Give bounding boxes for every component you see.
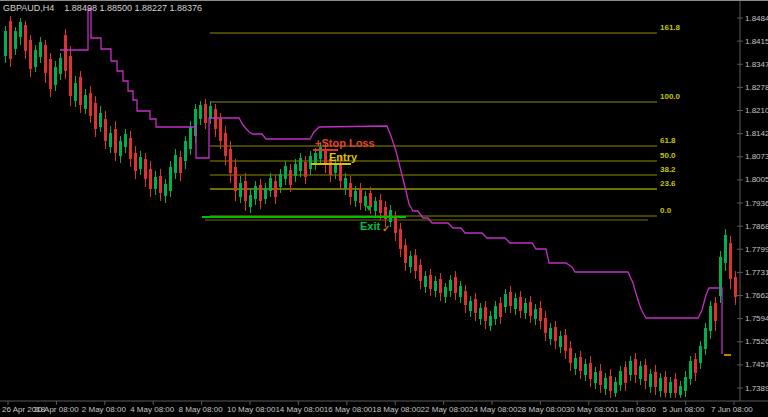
candle xyxy=(514,293,517,315)
price-tick-label: 1.82780 xyxy=(745,83,768,92)
price-tick-label: 1.74570 xyxy=(745,360,768,369)
candle xyxy=(274,175,277,204)
candle xyxy=(729,236,732,289)
candle xyxy=(349,176,352,205)
candle xyxy=(214,104,217,137)
date-tick-label: 5 Jun 08:00 xyxy=(663,405,705,414)
candle xyxy=(204,99,207,129)
fib-label-61.8: 61.8 xyxy=(660,136,676,145)
price-tick-label: 1.75260 xyxy=(745,337,768,346)
candle xyxy=(49,53,52,97)
candle xyxy=(169,161,172,197)
candle xyxy=(679,381,682,398)
candle xyxy=(44,40,47,83)
candle xyxy=(704,323,707,355)
candle xyxy=(484,301,487,329)
candle xyxy=(734,271,737,305)
chart-canvas[interactable] xyxy=(0,1,768,417)
candle xyxy=(664,371,667,397)
candle xyxy=(64,29,67,79)
candle xyxy=(479,303,482,325)
date-tick-label: 16 May 08:00 xyxy=(324,405,372,414)
candle xyxy=(189,121,192,155)
price-tick-label: 1.77990 xyxy=(745,245,768,254)
price-tick-label: 1.78680 xyxy=(745,222,768,231)
mt4-chart-window: GBPAUD,H41.88498 1.88500 1.88227 1.88376… xyxy=(0,0,768,417)
candle xyxy=(509,286,512,313)
candle xyxy=(99,106,102,132)
candle xyxy=(94,96,97,137)
candle xyxy=(654,365,657,395)
candle xyxy=(544,311,547,341)
candle xyxy=(714,297,717,331)
candle xyxy=(4,26,7,63)
candle xyxy=(224,126,227,165)
fib-label-161.8: 161.8 xyxy=(660,23,680,32)
candle xyxy=(344,173,347,195)
candle xyxy=(634,353,637,383)
candle xyxy=(409,251,412,273)
candle xyxy=(304,156,307,184)
candle xyxy=(599,364,602,393)
fib-label-0.0: 0.0 xyxy=(660,206,671,215)
candle xyxy=(404,239,407,271)
candle xyxy=(674,373,677,398)
candle xyxy=(529,296,532,323)
date-tick-label: 4 May 08:00 xyxy=(130,405,174,414)
stop-loss-label: +Stop Loss xyxy=(315,137,375,149)
candle xyxy=(579,351,582,379)
candle xyxy=(129,131,132,167)
candle xyxy=(124,129,127,153)
candle xyxy=(9,16,12,67)
chart-title: GBPAUD,H41.88498 1.88500 1.88227 1.88376 xyxy=(3,3,202,13)
candle xyxy=(524,298,527,319)
candle xyxy=(629,356,632,381)
candle xyxy=(419,259,422,289)
candle xyxy=(449,275,452,297)
date-tick-label: 22 May 08:00 xyxy=(421,405,469,414)
exit-check-icon: ✓ xyxy=(382,223,390,234)
candle xyxy=(164,179,167,203)
candle xyxy=(139,151,142,175)
candle xyxy=(199,101,202,125)
candle xyxy=(359,183,362,210)
fibonacci-retracement xyxy=(205,33,657,220)
candle xyxy=(149,161,152,197)
candle xyxy=(54,61,57,91)
candle xyxy=(239,176,242,203)
candle xyxy=(314,148,317,170)
symbol-period-label: GBPAUD,H4 xyxy=(3,3,54,13)
candle xyxy=(69,46,72,106)
candle xyxy=(494,301,497,325)
candle xyxy=(259,179,262,209)
candle xyxy=(434,276,437,297)
entry-label: Entry xyxy=(329,151,357,163)
candle xyxy=(429,269,432,296)
price-tick-label: 1.83470 xyxy=(745,60,768,69)
candle xyxy=(459,281,462,303)
candle xyxy=(229,141,232,183)
candle xyxy=(364,191,367,211)
exit-label: Exit xyxy=(360,220,380,232)
date-tick-label: 14 May 08:00 xyxy=(275,405,323,414)
candle xyxy=(14,27,17,55)
candle xyxy=(689,356,692,385)
candle xyxy=(399,223,402,257)
fib-label-50.0: 50.0 xyxy=(660,151,676,160)
candle xyxy=(159,169,162,201)
candle xyxy=(489,311,492,331)
candle xyxy=(534,304,537,325)
candle xyxy=(659,373,662,397)
date-tick-label: 30 May 08:00 xyxy=(566,405,614,414)
date-tick-label: 24 May 08:00 xyxy=(469,405,517,414)
candle xyxy=(684,371,687,397)
candle xyxy=(134,146,137,179)
candle xyxy=(594,367,597,389)
candle xyxy=(549,323,552,345)
candle xyxy=(294,159,297,182)
date-tick-label: 7 Jun 08:00 xyxy=(711,405,753,414)
candle xyxy=(374,197,377,216)
candle xyxy=(84,89,87,114)
candle xyxy=(244,173,247,211)
price-tick-label: 1.73890 xyxy=(745,384,768,393)
